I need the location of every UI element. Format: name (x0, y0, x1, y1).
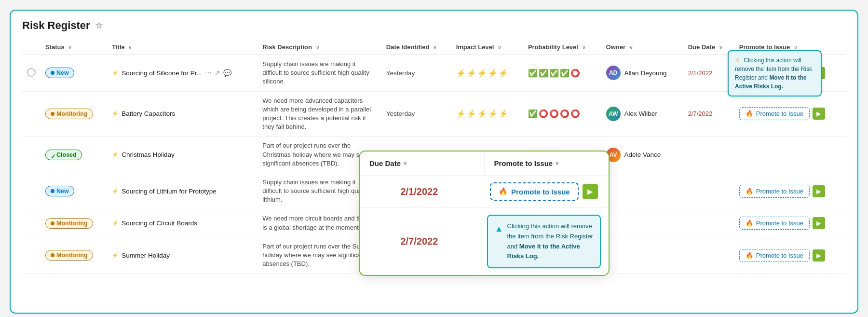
promote-wrapper: 🔥 Promote to Issue▶ (739, 107, 841, 120)
popup-promote-header: Promote to Issue ∨ (485, 152, 609, 175)
promote-arrow-button[interactable]: ▶ (813, 217, 825, 229)
status-dot-icon (51, 253, 54, 257)
col-impact[interactable]: Impact Level ∨ (451, 40, 523, 55)
row-title-cell: ⚡Sourcing of Circuit Boards (107, 209, 258, 237)
prob-check-filled-icon: ✅ (560, 69, 570, 78)
popup-tooltip-text: Clicking this action will remove the ite… (507, 221, 594, 262)
title-type-icon: ⚡ (112, 188, 119, 194)
page-title: Risk Register (22, 19, 90, 32)
promote-wrapper: 🔥 Promote to Issue▶ (739, 249, 841, 262)
popup-row2: 2/7/2022 ▲ Clicking this action will rem… (360, 208, 609, 275)
popup-promote-arrow-1[interactable]: ▶ (583, 184, 598, 199)
impact-sort-icon: ∨ (498, 45, 501, 50)
promote-arrow-button[interactable]: ▶ (813, 249, 825, 262)
impact-bolt-filled-icon: ⚡ (499, 109, 508, 118)
page-title-row: Risk Register ☆ (22, 19, 846, 32)
impact-bolt-filled-icon: ⚡ (467, 69, 476, 78)
status-badge[interactable]: Monitoring (45, 109, 93, 119)
row-promote-cell: 🔥 Promote to Issue▶ (734, 173, 846, 209)
popup-promote-button-1[interactable]: 🔥 Promote to Issue (490, 182, 579, 201)
col-date[interactable]: Date Identified ∨ (381, 40, 451, 55)
promote-sort-icon: ∨ (794, 45, 797, 50)
title-type-icon: ⚡ (112, 220, 119, 226)
owner-name: Alex Wilber (624, 110, 657, 117)
promote-to-issue-button[interactable]: 🔥 Promote to Issue (739, 249, 810, 262)
favorite-star-icon[interactable]: ☆ (95, 20, 103, 31)
row-checkbox-cell (22, 173, 41, 209)
prob-check-empty-icon: ⭕ (560, 109, 570, 118)
status-dot-icon (51, 221, 54, 225)
tooltip-warn-icon: ⚠ (735, 57, 740, 64)
popup-row2-date: 2/7/2022 (360, 208, 479, 275)
row-owner-cell: ADAllan Deyoung (601, 55, 683, 92)
row-probability-cell: ✅⭕⭕⭕⭕ (523, 91, 601, 137)
status-badge[interactable]: Monitoring (45, 218, 93, 229)
row-title-link[interactable]: Sourcing of Circuit Boards (122, 220, 197, 227)
col-status[interactable]: Status ∨ (41, 40, 107, 55)
status-dot-icon: ✓ (51, 153, 54, 157)
row-impact-cell: ⚡⚡⚡⚡⚡ (451, 91, 523, 137)
row-owner-cell: AWAlex Wilber (601, 91, 683, 137)
status-dot-icon (51, 71, 54, 75)
promote-popup: Due Date ∨ Promote to Issue ∨ 2/1/2022 🔥… (359, 151, 610, 276)
prob-sort-icon: ∨ (582, 45, 585, 50)
row-title-cell: ⚡Sourcing of Lithium for Prototype (107, 173, 258, 209)
more-actions-icon[interactable]: ⋯ (205, 69, 212, 77)
title-sort-icon: ∨ (128, 45, 132, 50)
row-title-link[interactable]: Sourcing of Lithium for Prototype (122, 188, 217, 195)
row-title-link[interactable]: Sourcing of Silicone for Pr... (122, 69, 202, 77)
prob-check-empty-icon: ⭕ (570, 69, 580, 78)
popup-promote-sort-icon[interactable]: ∨ (555, 160, 559, 166)
promote-to-issue-button[interactable]: 🔥 Promote to Issue (739, 185, 810, 198)
status-badge[interactable]: ✓ Closed (45, 150, 82, 160)
row-checkbox[interactable] (27, 68, 36, 77)
row-title-cell: ⚡Summer Holiday (107, 237, 258, 274)
promote-flame-icon: 🔥 (746, 220, 753, 227)
row-status-cell: Monitoring (41, 237, 107, 274)
prob-check-filled-icon: ✅ (549, 69, 559, 78)
row-owner-cell (601, 237, 683, 274)
title-type-icon: ⚡ (112, 252, 119, 259)
col-duedate[interactable]: Due Date ∨ (683, 40, 734, 55)
promote-arrow-button[interactable]: ▶ (813, 108, 825, 120)
row-checkbox-cell (22, 237, 41, 274)
row-duedate-cell (683, 209, 734, 237)
row-title-link[interactable]: Battery Capacitors (122, 110, 175, 117)
impact-bolt-filled-icon: ⚡ (488, 109, 498, 118)
row-checkbox-cell (22, 55, 41, 92)
col-probability[interactable]: Probability Level ∨ (523, 40, 601, 55)
row-description-cell: We need more advanced capacitors which a… (258, 91, 381, 137)
table-row: New⚡Sourcing of Silicone for Pr...⋯↗💬Sup… (22, 55, 846, 92)
prob-check-empty-icon: ⭕ (570, 109, 580, 118)
status-badge[interactable]: New (45, 186, 74, 196)
row-promote-cell (734, 137, 846, 173)
row-title-cell: ⚡Battery Capacitors (107, 91, 258, 137)
popup-row1-date: 2/1/2022 (360, 176, 479, 208)
title-type-icon: ⚡ (112, 110, 119, 117)
row-status-cell: ✓ Closed (41, 137, 107, 173)
promote-to-issue-button[interactable]: 🔥 Promote to Issue (739, 217, 810, 230)
row-status-cell: Monitoring (41, 91, 107, 137)
row-title-link[interactable]: Christmas Holiday (122, 151, 175, 158)
col-title[interactable]: Title ∨ (107, 40, 258, 55)
col-description[interactable]: Risk Description ∨ (258, 40, 381, 55)
promote-arrow-button[interactable]: ▶ (813, 185, 825, 197)
popup-duedate-sort-icon[interactable]: ∨ (403, 160, 407, 166)
row-status-cell: New (41, 55, 107, 92)
comment-icon[interactable]: 💬 (223, 69, 231, 77)
title-type-icon: ⚡ (112, 70, 119, 76)
status-dot-icon (51, 112, 54, 116)
table-row: Monitoring⚡Battery CapacitorsWe need mor… (22, 91, 846, 137)
table-wrapper: Status ∨ Title ∨ Risk Description ∨ Date… (22, 40, 846, 274)
share-icon[interactable]: ↗ (215, 69, 220, 77)
row-duedate-cell (683, 137, 734, 173)
row-owner-cell: AVAdele Vance (601, 137, 683, 173)
col-owner[interactable]: Owner ∨ (601, 40, 683, 55)
promote-to-issue-button[interactable]: 🔥 Promote to Issue (739, 107, 810, 120)
row-status-cell: New (41, 173, 107, 209)
status-badge[interactable]: New (45, 68, 74, 78)
status-badge[interactable]: Monitoring (45, 250, 93, 261)
app-container: Risk Register ☆ Status ∨ Title ∨ Risk D (10, 10, 858, 314)
row-title-link[interactable]: Summer Holiday (122, 252, 170, 259)
promote-tooltip: ⚠ Clicking this action will remove the i… (728, 50, 822, 96)
